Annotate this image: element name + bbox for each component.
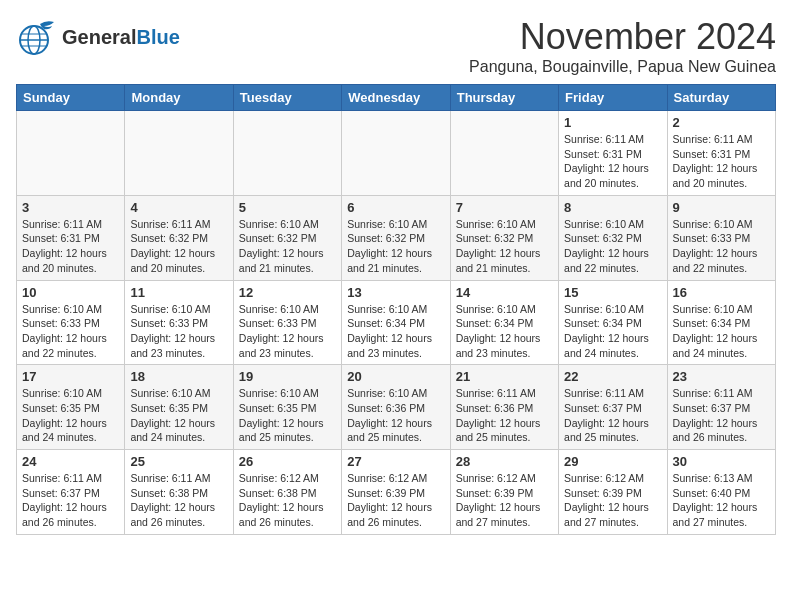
week-row-3: 17Sunrise: 6:10 AM Sunset: 6:35 PM Dayli… (17, 365, 776, 450)
calendar-cell: 22Sunrise: 6:11 AM Sunset: 6:37 PM Dayli… (559, 365, 667, 450)
header-day-wednesday: Wednesday (342, 85, 450, 111)
header-day-monday: Monday (125, 85, 233, 111)
calendar-cell: 9Sunrise: 6:10 AM Sunset: 6:33 PM Daylig… (667, 195, 775, 280)
day-info: Sunrise: 6:10 AM Sunset: 6:33 PM Dayligh… (239, 302, 336, 361)
location: Panguna, Bougainville, Papua New Guinea (469, 58, 776, 76)
calendar-cell: 26Sunrise: 6:12 AM Sunset: 6:38 PM Dayli… (233, 450, 341, 535)
week-row-4: 24Sunrise: 6:11 AM Sunset: 6:37 PM Dayli… (17, 450, 776, 535)
calendar-cell: 25Sunrise: 6:11 AM Sunset: 6:38 PM Dayli… (125, 450, 233, 535)
calendar-cell: 20Sunrise: 6:10 AM Sunset: 6:36 PM Dayli… (342, 365, 450, 450)
calendar-cell: 18Sunrise: 6:10 AM Sunset: 6:35 PM Dayli… (125, 365, 233, 450)
day-number: 10 (22, 285, 119, 300)
day-number: 15 (564, 285, 661, 300)
day-number: 16 (673, 285, 770, 300)
day-number: 17 (22, 369, 119, 384)
calendar-cell (125, 111, 233, 196)
day-info: Sunrise: 6:10 AM Sunset: 6:32 PM Dayligh… (347, 217, 444, 276)
day-info: Sunrise: 6:10 AM Sunset: 6:34 PM Dayligh… (564, 302, 661, 361)
calendar-cell: 15Sunrise: 6:10 AM Sunset: 6:34 PM Dayli… (559, 280, 667, 365)
day-info: Sunrise: 6:11 AM Sunset: 6:31 PM Dayligh… (22, 217, 119, 276)
calendar-cell: 3Sunrise: 6:11 AM Sunset: 6:31 PM Daylig… (17, 195, 125, 280)
day-number: 4 (130, 200, 227, 215)
title-section: November 2024 Panguna, Bougainville, Pap… (469, 16, 776, 76)
logo-general: General (62, 26, 136, 48)
page-header: GeneralBlue November 2024 Panguna, Bouga… (16, 16, 776, 76)
day-info: Sunrise: 6:10 AM Sunset: 6:34 PM Dayligh… (673, 302, 770, 361)
day-info: Sunrise: 6:11 AM Sunset: 6:38 PM Dayligh… (130, 471, 227, 530)
day-number: 11 (130, 285, 227, 300)
calendar-cell: 11Sunrise: 6:10 AM Sunset: 6:33 PM Dayli… (125, 280, 233, 365)
day-info: Sunrise: 6:10 AM Sunset: 6:35 PM Dayligh… (22, 386, 119, 445)
day-number: 19 (239, 369, 336, 384)
day-number: 1 (564, 115, 661, 130)
calendar-body: 1Sunrise: 6:11 AM Sunset: 6:31 PM Daylig… (17, 111, 776, 535)
day-number: 30 (673, 454, 770, 469)
day-info: Sunrise: 6:10 AM Sunset: 6:36 PM Dayligh… (347, 386, 444, 445)
day-number: 23 (673, 369, 770, 384)
day-number: 13 (347, 285, 444, 300)
day-info: Sunrise: 6:10 AM Sunset: 6:32 PM Dayligh… (239, 217, 336, 276)
calendar-cell: 30Sunrise: 6:13 AM Sunset: 6:40 PM Dayli… (667, 450, 775, 535)
calendar-cell: 5Sunrise: 6:10 AM Sunset: 6:32 PM Daylig… (233, 195, 341, 280)
calendar-cell: 8Sunrise: 6:10 AM Sunset: 6:32 PM Daylig… (559, 195, 667, 280)
day-info: Sunrise: 6:12 AM Sunset: 6:38 PM Dayligh… (239, 471, 336, 530)
day-info: Sunrise: 6:10 AM Sunset: 6:35 PM Dayligh… (239, 386, 336, 445)
logo: GeneralBlue (16, 16, 180, 58)
day-info: Sunrise: 6:13 AM Sunset: 6:40 PM Dayligh… (673, 471, 770, 530)
day-info: Sunrise: 6:10 AM Sunset: 6:35 PM Dayligh… (130, 386, 227, 445)
day-info: Sunrise: 6:12 AM Sunset: 6:39 PM Dayligh… (564, 471, 661, 530)
calendar-cell: 6Sunrise: 6:10 AM Sunset: 6:32 PM Daylig… (342, 195, 450, 280)
day-info: Sunrise: 6:12 AM Sunset: 6:39 PM Dayligh… (347, 471, 444, 530)
calendar-cell: 12Sunrise: 6:10 AM Sunset: 6:33 PM Dayli… (233, 280, 341, 365)
day-info: Sunrise: 6:11 AM Sunset: 6:37 PM Dayligh… (673, 386, 770, 445)
header-day-tuesday: Tuesday (233, 85, 341, 111)
week-row-2: 10Sunrise: 6:10 AM Sunset: 6:33 PM Dayli… (17, 280, 776, 365)
day-info: Sunrise: 6:11 AM Sunset: 6:31 PM Dayligh… (673, 132, 770, 191)
day-number: 14 (456, 285, 553, 300)
calendar-cell: 21Sunrise: 6:11 AM Sunset: 6:36 PM Dayli… (450, 365, 558, 450)
calendar-cell: 1Sunrise: 6:11 AM Sunset: 6:31 PM Daylig… (559, 111, 667, 196)
logo-blue: Blue (136, 26, 179, 48)
day-info: Sunrise: 6:10 AM Sunset: 6:32 PM Dayligh… (456, 217, 553, 276)
day-number: 7 (456, 200, 553, 215)
calendar-cell: 13Sunrise: 6:10 AM Sunset: 6:34 PM Dayli… (342, 280, 450, 365)
day-info: Sunrise: 6:11 AM Sunset: 6:37 PM Dayligh… (22, 471, 119, 530)
day-info: Sunrise: 6:10 AM Sunset: 6:34 PM Dayligh… (456, 302, 553, 361)
calendar-cell: 2Sunrise: 6:11 AM Sunset: 6:31 PM Daylig… (667, 111, 775, 196)
header-row: SundayMondayTuesdayWednesdayThursdayFrid… (17, 85, 776, 111)
calendar-cell: 7Sunrise: 6:10 AM Sunset: 6:32 PM Daylig… (450, 195, 558, 280)
day-number: 3 (22, 200, 119, 215)
day-number: 29 (564, 454, 661, 469)
calendar-cell: 16Sunrise: 6:10 AM Sunset: 6:34 PM Dayli… (667, 280, 775, 365)
calendar-cell: 19Sunrise: 6:10 AM Sunset: 6:35 PM Dayli… (233, 365, 341, 450)
day-number: 6 (347, 200, 444, 215)
calendar-cell: 10Sunrise: 6:10 AM Sunset: 6:33 PM Dayli… (17, 280, 125, 365)
header-day-saturday: Saturday (667, 85, 775, 111)
day-number: 27 (347, 454, 444, 469)
day-number: 18 (130, 369, 227, 384)
month-title: November 2024 (469, 16, 776, 58)
day-number: 2 (673, 115, 770, 130)
logo-text: GeneralBlue (62, 26, 180, 48)
day-number: 22 (564, 369, 661, 384)
header-day-sunday: Sunday (17, 85, 125, 111)
day-number: 12 (239, 285, 336, 300)
calendar-cell: 28Sunrise: 6:12 AM Sunset: 6:39 PM Dayli… (450, 450, 558, 535)
day-info: Sunrise: 6:10 AM Sunset: 6:33 PM Dayligh… (130, 302, 227, 361)
calendar-cell (17, 111, 125, 196)
calendar-cell: 17Sunrise: 6:10 AM Sunset: 6:35 PM Dayli… (17, 365, 125, 450)
logo-icon (16, 16, 58, 58)
day-number: 25 (130, 454, 227, 469)
day-number: 28 (456, 454, 553, 469)
day-info: Sunrise: 6:12 AM Sunset: 6:39 PM Dayligh… (456, 471, 553, 530)
calendar-cell: 14Sunrise: 6:10 AM Sunset: 6:34 PM Dayli… (450, 280, 558, 365)
calendar-cell (450, 111, 558, 196)
day-info: Sunrise: 6:10 AM Sunset: 6:32 PM Dayligh… (564, 217, 661, 276)
header-day-friday: Friday (559, 85, 667, 111)
day-info: Sunrise: 6:10 AM Sunset: 6:34 PM Dayligh… (347, 302, 444, 361)
day-info: Sunrise: 6:11 AM Sunset: 6:36 PM Dayligh… (456, 386, 553, 445)
week-row-1: 3Sunrise: 6:11 AM Sunset: 6:31 PM Daylig… (17, 195, 776, 280)
calendar-cell: 23Sunrise: 6:11 AM Sunset: 6:37 PM Dayli… (667, 365, 775, 450)
calendar-cell: 24Sunrise: 6:11 AM Sunset: 6:37 PM Dayli… (17, 450, 125, 535)
calendar-cell (233, 111, 341, 196)
